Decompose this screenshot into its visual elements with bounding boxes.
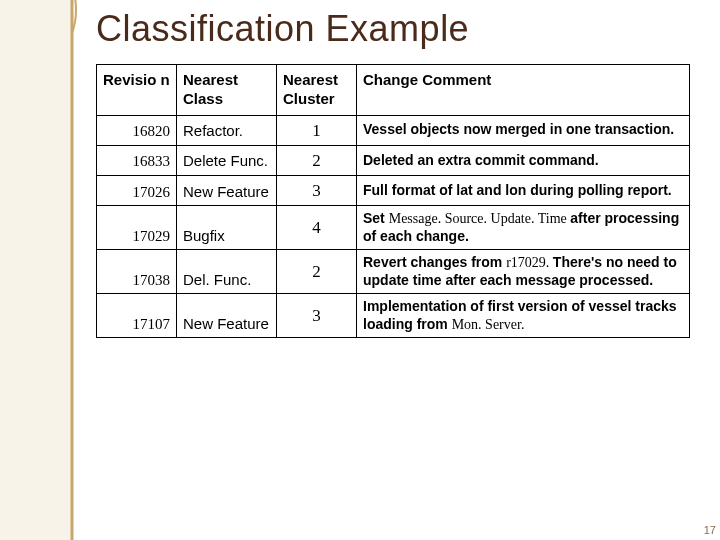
- cell-class: Del. Func.: [177, 250, 277, 294]
- cell-class: Delete Func.: [177, 145, 277, 175]
- classification-table-wrap: Revisio n Nearest Class Nearest Cluster …: [96, 64, 690, 338]
- cell-comment: Implementation of first version of vesse…: [357, 294, 690, 338]
- header-class: Nearest Class: [177, 65, 277, 116]
- cell-comment: Full format of lat and lon during pollin…: [357, 176, 690, 206]
- table-row: 16833Delete Func.2Deleted an extra commi…: [97, 145, 690, 175]
- cell-comment: Vessel objects now merged in one transac…: [357, 115, 690, 145]
- cell-revision: 17026: [97, 176, 177, 206]
- cell-revision: 16820: [97, 115, 177, 145]
- cell-cluster: 3: [277, 176, 357, 206]
- cell-class: New Feature: [177, 294, 277, 338]
- cell-class: New Feature: [177, 176, 277, 206]
- cell-comment: Deleted an extra commit command.: [357, 145, 690, 175]
- cell-revision: 17038: [97, 250, 177, 294]
- table-row: 16820Refactor.1Vessel objects now merged…: [97, 115, 690, 145]
- slide-decoration: [0, 0, 90, 540]
- cell-revision: 17107: [97, 294, 177, 338]
- table-row: 17029Bugfix4Set Message. Source. Update.…: [97, 206, 690, 250]
- cell-revision: 17029: [97, 206, 177, 250]
- cell-cluster: 3: [277, 294, 357, 338]
- header-cluster: Nearest Cluster: [277, 65, 357, 116]
- cell-cluster: 2: [277, 145, 357, 175]
- header-revision: Revisio n: [97, 65, 177, 116]
- cell-cluster: 2: [277, 250, 357, 294]
- slide-title: Classification Example: [0, 0, 720, 64]
- cell-class: Bugfix: [177, 206, 277, 250]
- table-row: 17026New Feature3Full format of lat and …: [97, 176, 690, 206]
- page-number: 17: [704, 524, 716, 536]
- classification-table: Revisio n Nearest Class Nearest Cluster …: [96, 64, 690, 338]
- cell-cluster: 4: [277, 206, 357, 250]
- cell-cluster: 1: [277, 115, 357, 145]
- svg-rect-2: [0, 0, 72, 540]
- header-comment: Change Comment: [357, 65, 690, 116]
- cell-revision: 16833: [97, 145, 177, 175]
- cell-comment: Revert changes from r17029. There's no n…: [357, 250, 690, 294]
- table-header-row: Revisio n Nearest Class Nearest Cluster …: [97, 65, 690, 116]
- cell-class: Refactor.: [177, 115, 277, 145]
- cell-comment: Set Message. Source. Update. Time after …: [357, 206, 690, 250]
- table-row: 17107New Feature3Implementation of first…: [97, 294, 690, 338]
- table-row: 17038Del. Func.2Revert changes from r170…: [97, 250, 690, 294]
